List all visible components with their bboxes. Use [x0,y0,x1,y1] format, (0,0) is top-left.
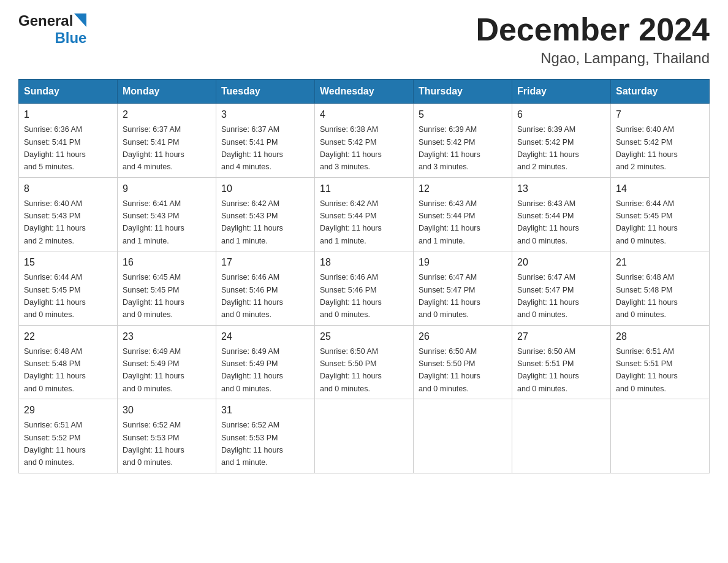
day-number: 24 [221,329,309,344]
day-number: 12 [419,182,507,196]
page-header: General Blue December 2024 Ngao, Lampang… [18,12,710,67]
day-info: Sunrise: 6:37 AMSunset: 5:41 PMDaylight:… [123,125,184,171]
day-info: Sunrise: 6:42 AMSunset: 5:44 PMDaylight:… [320,199,382,245]
column-header-friday: Friday [512,80,611,104]
day-cell: 28 Sunrise: 6:51 AMSunset: 5:51 PMDaylig… [611,325,710,399]
day-info: Sunrise: 6:40 AMSunset: 5:42 PMDaylight:… [616,125,678,171]
week-row-2: 8 Sunrise: 6:40 AMSunset: 5:43 PMDayligh… [19,177,710,251]
day-info: Sunrise: 6:51 AMSunset: 5:51 PMDaylight:… [616,347,678,393]
week-row-4: 22 Sunrise: 6:48 AMSunset: 5:48 PMDaylig… [19,325,710,399]
day-cell: 18 Sunrise: 6:46 AMSunset: 5:46 PMDaylig… [315,251,414,326]
day-cell: 23 Sunrise: 6:49 AMSunset: 5:49 PMDaylig… [118,325,216,399]
day-cell: 27 Sunrise: 6:50 AMSunset: 5:51 PMDaylig… [512,325,611,399]
calendar-table: SundayMondayTuesdayWednesdayThursdayFrid… [18,79,710,473]
day-number: 17 [221,255,309,270]
logo: General Blue [18,12,86,47]
day-cell: 29 Sunrise: 6:51 AMSunset: 5:52 PMDaylig… [19,399,118,473]
day-cell: 31 Sunrise: 6:52 AMSunset: 5:53 PMDaylig… [216,399,315,473]
day-info: Sunrise: 6:49 AMSunset: 5:49 PMDaylight:… [123,347,184,393]
logo-blue-text: Blue [55,29,86,47]
day-info: Sunrise: 6:50 AMSunset: 5:50 PMDaylight:… [320,347,382,393]
day-cell: 2 Sunrise: 6:37 AMSunset: 5:41 PMDayligh… [118,104,216,178]
day-info: Sunrise: 6:47 AMSunset: 5:47 PMDaylight:… [517,273,579,319]
day-number: 2 [123,107,211,122]
day-info: Sunrise: 6:46 AMSunset: 5:46 PMDaylight:… [221,273,283,319]
column-header-thursday: Thursday [414,80,512,104]
day-number: 28 [616,329,704,344]
day-info: Sunrise: 6:50 AMSunset: 5:50 PMDaylight:… [419,347,480,393]
day-number: 5 [419,107,507,122]
calendar-body: 1 Sunrise: 6:36 AMSunset: 5:41 PMDayligh… [19,104,710,473]
day-info: Sunrise: 6:44 AMSunset: 5:45 PMDaylight:… [616,199,678,245]
week-row-3: 15 Sunrise: 6:44 AMSunset: 5:45 PMDaylig… [19,251,710,326]
day-number: 14 [616,182,704,196]
day-number: 9 [123,182,211,196]
day-number: 27 [517,329,605,344]
day-number: 13 [517,182,605,196]
day-cell: 17 Sunrise: 6:46 AMSunset: 5:46 PMDaylig… [216,251,315,326]
day-cell: 25 Sunrise: 6:50 AMSunset: 5:50 PMDaylig… [315,325,414,399]
day-cell: 30 Sunrise: 6:52 AMSunset: 5:53 PMDaylig… [118,399,216,473]
column-header-saturday: Saturday [611,80,710,104]
day-info: Sunrise: 6:42 AMSunset: 5:43 PMDaylight:… [221,199,283,245]
day-cell: 9 Sunrise: 6:41 AMSunset: 5:43 PMDayligh… [118,177,216,251]
calendar-header: SundayMondayTuesdayWednesdayThursdayFrid… [19,80,710,104]
day-number: 25 [320,329,408,344]
day-cell: 1 Sunrise: 6:36 AMSunset: 5:41 PMDayligh… [19,104,118,178]
column-header-monday: Monday [118,80,216,104]
day-number: 15 [24,255,112,270]
day-info: Sunrise: 6:44 AMSunset: 5:45 PMDaylight:… [24,273,86,319]
logo-line1: General [18,12,86,29]
day-info: Sunrise: 6:36 AMSunset: 5:41 PMDaylight:… [24,125,86,171]
svg-marker-0 [74,13,86,27]
day-info: Sunrise: 6:43 AMSunset: 5:44 PMDaylight:… [419,199,480,245]
day-info: Sunrise: 6:52 AMSunset: 5:53 PMDaylight:… [221,421,283,467]
title-block: December 2024 Ngao, Lampang, Thailand [476,12,710,67]
day-number: 21 [616,255,704,270]
day-cell: 5 Sunrise: 6:39 AMSunset: 5:42 PMDayligh… [414,104,512,178]
day-info: Sunrise: 6:52 AMSunset: 5:53 PMDaylight:… [123,421,184,467]
day-number: 7 [616,107,704,122]
day-info: Sunrise: 6:47 AMSunset: 5:47 PMDaylight:… [419,273,480,319]
day-cell: 20 Sunrise: 6:47 AMSunset: 5:47 PMDaylig… [512,251,611,326]
day-info: Sunrise: 6:51 AMSunset: 5:52 PMDaylight:… [24,421,86,467]
day-info: Sunrise: 6:49 AMSunset: 5:49 PMDaylight:… [221,347,283,393]
day-cell: 19 Sunrise: 6:47 AMSunset: 5:47 PMDaylig… [414,251,512,326]
day-number: 29 [24,403,112,418]
day-number: 19 [419,255,507,270]
day-number: 11 [320,182,408,196]
day-cell: 16 Sunrise: 6:45 AMSunset: 5:45 PMDaylig… [118,251,216,326]
day-number: 4 [320,107,408,122]
day-info: Sunrise: 6:40 AMSunset: 5:43 PMDaylight:… [24,199,86,245]
day-number: 1 [24,107,112,122]
day-info: Sunrise: 6:39 AMSunset: 5:42 PMDaylight:… [517,125,579,171]
day-number: 30 [123,403,211,418]
day-number: 3 [221,107,309,122]
day-cell: 13 Sunrise: 6:43 AMSunset: 5:44 PMDaylig… [512,177,611,251]
day-cell: 14 Sunrise: 6:44 AMSunset: 5:45 PMDaylig… [611,177,710,251]
day-info: Sunrise: 6:46 AMSunset: 5:46 PMDaylight:… [320,273,382,319]
day-number: 26 [419,329,507,344]
column-header-sunday: Sunday [19,80,118,104]
day-cell: 24 Sunrise: 6:49 AMSunset: 5:49 PMDaylig… [216,325,315,399]
day-number: 6 [517,107,605,122]
day-number: 10 [221,182,309,196]
day-cell: 4 Sunrise: 6:38 AMSunset: 5:42 PMDayligh… [315,104,414,178]
day-cell [315,399,414,473]
header-row: SundayMondayTuesdayWednesdayThursdayFrid… [19,80,710,104]
day-cell: 22 Sunrise: 6:48 AMSunset: 5:48 PMDaylig… [19,325,118,399]
day-info: Sunrise: 6:38 AMSunset: 5:42 PMDaylight:… [320,125,382,171]
day-cell: 6 Sunrise: 6:39 AMSunset: 5:42 PMDayligh… [512,104,611,178]
day-cell: 7 Sunrise: 6:40 AMSunset: 5:42 PMDayligh… [611,104,710,178]
day-cell: 3 Sunrise: 6:37 AMSunset: 5:41 PMDayligh… [216,104,315,178]
day-number: 8 [24,182,112,196]
day-info: Sunrise: 6:37 AMSunset: 5:41 PMDaylight:… [221,125,283,171]
day-cell: 15 Sunrise: 6:44 AMSunset: 5:45 PMDaylig… [19,251,118,326]
day-cell [414,399,512,473]
day-cell: 10 Sunrise: 6:42 AMSunset: 5:43 PMDaylig… [216,177,315,251]
column-header-wednesday: Wednesday [315,80,414,104]
location-title: Ngao, Lampang, Thailand [476,50,710,67]
month-title: December 2024 [476,12,710,47]
day-number: 16 [123,255,211,270]
day-info: Sunrise: 6:39 AMSunset: 5:42 PMDaylight:… [419,125,480,171]
